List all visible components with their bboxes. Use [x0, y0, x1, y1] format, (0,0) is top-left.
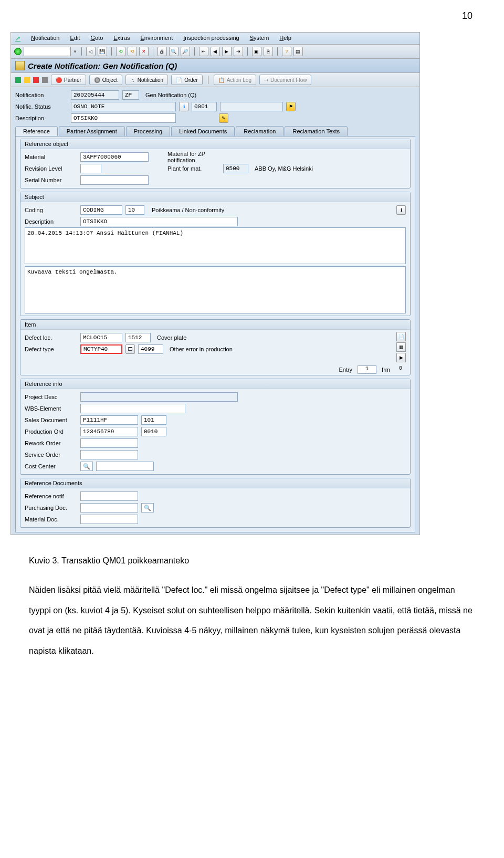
desc-edit-icon[interactable]: ✎ — [219, 113, 228, 123]
wbs-input[interactable] — [80, 404, 185, 413]
purch-search-input[interactable] — [141, 503, 154, 512]
newwin-icon[interactable]: ▣ — [252, 47, 261, 56]
cancel-icon[interactable]: ✕ — [139, 47, 149, 56]
refnotif-input[interactable] — [80, 491, 138, 501]
page-number: 10 — [0, 0, 504, 27]
desc-input[interactable] — [71, 113, 176, 123]
menu-goto[interactable]: Goto — [90, 35, 103, 42]
tree-icon[interactable] — [42, 77, 48, 83]
serial-label: Serial Number — [25, 177, 77, 183]
notif-type-desc: Gen Notification (Q) — [145, 92, 196, 98]
tab-reference[interactable]: Reference — [15, 126, 58, 136]
matdoc-label: Material Doc. — [25, 516, 77, 522]
help-icon[interactable]: ? — [282, 47, 291, 56]
purch-input[interactable] — [80, 503, 138, 512]
findnext-icon[interactable]: 🔎 — [181, 47, 190, 56]
exit-icon[interactable]: ⟲ — [128, 47, 137, 56]
back-button[interactable]: ◁ — [86, 47, 96, 56]
back-icon[interactable]: ⟲ — [116, 47, 125, 56]
notification-input[interactable] — [71, 90, 119, 100]
tab-processing[interactable]: Processing — [126, 126, 170, 136]
defect-type-num[interactable] — [138, 344, 163, 354]
tab-linked[interactable]: Linked Documents — [171, 126, 235, 136]
item-side-buttons: 📄 ▦ ▶ — [396, 332, 406, 362]
subject-log-area[interactable] — [25, 227, 406, 264]
lastpage-icon[interactable]: ⇥ — [234, 47, 243, 56]
status-flag-icon[interactable]: ⚑ — [286, 102, 296, 111]
defect-type-search-icon[interactable]: 🗖 — [125, 344, 135, 354]
sales-input[interactable] — [80, 415, 138, 425]
defect-loc-num[interactable] — [125, 333, 151, 342]
flag-yellow-icon[interactable] — [24, 77, 30, 83]
firstpage-icon[interactable]: ⇤ — [199, 47, 208, 56]
coding-desc: Poikkeama / Non-conformity — [152, 207, 224, 213]
subject-desc-input[interactable] — [80, 217, 238, 226]
flag-red-icon[interactable] — [33, 77, 39, 83]
defect-type-input[interactable] — [80, 344, 122, 354]
notif-type-input[interactable] — [122, 90, 139, 100]
subject-text-area[interactable] — [25, 266, 406, 313]
prevpage-icon[interactable]: ◀ — [211, 47, 220, 56]
tabs: Reference Partner Assignment Processing … — [15, 126, 415, 137]
tab-reclamation[interactable]: Reclamation — [236, 126, 284, 136]
revision-input[interactable] — [80, 164, 101, 173]
item-detail-icon[interactable]: ▦ — [396, 342, 406, 352]
status-text-input[interactable] — [220, 102, 283, 111]
menu-inspection[interactable]: Inspection processing — [183, 35, 239, 42]
info-icon[interactable]: ℹ — [179, 102, 188, 111]
item-new-icon[interactable]: 📄 — [396, 332, 406, 341]
status-input[interactable] — [71, 102, 176, 111]
flag-green-icon[interactable] — [15, 77, 21, 83]
actionlog-button[interactable]: 📋Action Log — [214, 75, 256, 85]
prod-input[interactable] — [80, 427, 138, 436]
enter-button[interactable] — [14, 48, 22, 55]
menu-edit[interactable]: Edit — [70, 35, 80, 42]
print-icon[interactable]: 🖨 — [158, 47, 167, 56]
cost-search-input[interactable] — [80, 462, 93, 471]
item-next-icon[interactable]: ▶ — [396, 353, 406, 362]
nextpage-icon[interactable]: ▶ — [222, 47, 232, 56]
menu-extras[interactable]: Extras — [113, 35, 130, 42]
entry-val: 1 — [358, 365, 376, 374]
rework-label: Rework Order — [25, 440, 77, 446]
order-button[interactable]: 📄Order — [171, 75, 203, 85]
partner-button[interactable]: 🔴Partner — [51, 75, 86, 85]
entry-frm: frm — [382, 367, 390, 373]
coding-input[interactable] — [80, 205, 122, 215]
tab-reclamationtexts[interactable]: Reclamation Texts — [285, 126, 348, 136]
entry-label: Entry — [339, 367, 352, 373]
command-field[interactable] — [24, 47, 71, 56]
service-input[interactable] — [80, 450, 138, 459]
proj-input[interactable] — [80, 392, 238, 402]
prod-item-input[interactable] — [141, 427, 166, 436]
tab-partner[interactable]: Partner Assignment — [59, 126, 125, 136]
plant-input[interactable] — [223, 164, 248, 173]
defect-type-label: Defect type — [25, 346, 77, 352]
find-icon[interactable]: 🔍 — [169, 47, 178, 56]
docflow-button[interactable]: ⇢Document Flow — [259, 75, 311, 85]
menu-system[interactable]: System — [250, 35, 269, 42]
serial-input[interactable] — [80, 175, 149, 185]
rework-input[interactable] — [80, 438, 138, 448]
layout-icon[interactable]: ▤ — [293, 47, 303, 56]
entry-total: 0 — [395, 365, 406, 374]
material-input[interactable] — [80, 152, 149, 162]
cost-input[interactable] — [96, 462, 154, 471]
matdoc-input[interactable] — [80, 515, 138, 524]
header-form: Notification Gen Notification (Q) Notifi… — [11, 87, 419, 535]
status-code-input[interactable] — [192, 102, 217, 111]
tab-panel: Reference object Material Material for Z… — [15, 137, 415, 532]
sales-label: Sales Document — [25, 417, 77, 423]
coding-info-icon[interactable]: ℹ — [396, 205, 406, 215]
shortcut-icon[interactable]: ⎘ — [264, 47, 273, 56]
object-button[interactable]: 🔘Object — [89, 75, 122, 85]
sales-item-input[interactable] — [141, 415, 166, 425]
notification-button[interactable]: ⛬Notification — [125, 75, 168, 85]
menu-help[interactable]: Help — [279, 35, 291, 42]
save-button[interactable]: 💾 — [98, 47, 107, 56]
prod-label: Production Ord — [25, 428, 77, 435]
menu-notification[interactable]: Notification — [31, 35, 59, 42]
defect-loc-input[interactable] — [80, 333, 122, 342]
coding-num-input[interactable] — [125, 205, 144, 215]
menu-environment[interactable]: Environment — [140, 35, 173, 42]
